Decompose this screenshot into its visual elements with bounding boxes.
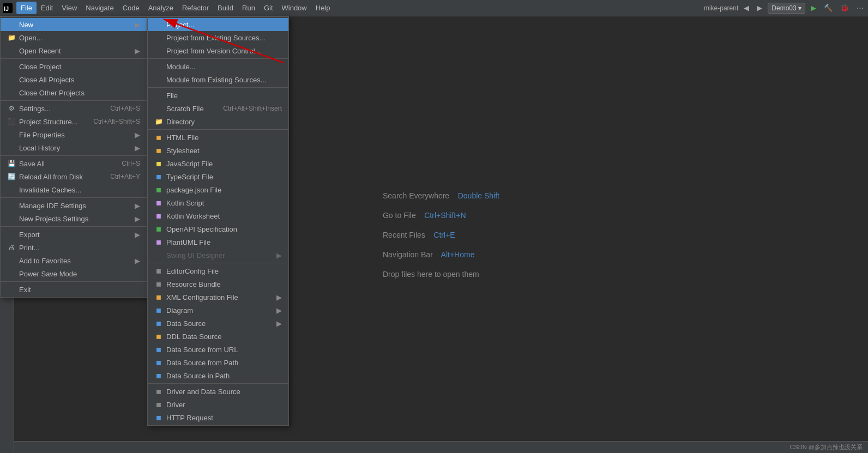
close-all-projects[interactable]: Close All Projects xyxy=(1,73,147,86)
new-ddl-datasource[interactable]: ◼ DDL Data Source xyxy=(148,330,288,343)
new-html[interactable]: ◼ HTML File xyxy=(148,131,288,144)
file-properties-item[interactable]: File Properties ▶ xyxy=(1,128,147,141)
print-label: Print... xyxy=(19,244,40,252)
new-kotlin-worksheet[interactable]: ◼ Kotlin Worksheet xyxy=(148,209,288,222)
new-kotlin-script[interactable]: ◼ Kotlin Script xyxy=(148,196,288,209)
menu-build[interactable]: Build xyxy=(213,2,238,14)
project-structure-item[interactable]: ⬛ Project Structure... Ctrl+Alt+Shift+S xyxy=(1,115,147,128)
new-packagejson[interactable]: ◼ package.json File xyxy=(148,183,288,196)
power-save-item[interactable]: Power Save Mode xyxy=(1,267,147,280)
divider-3 xyxy=(1,155,147,156)
file-open-label: Open... xyxy=(19,34,43,42)
new-editorconfig[interactable]: ◼ EditorConfig File xyxy=(148,264,288,277)
new-openapi-icon: ◼ xyxy=(154,225,163,233)
new-project-version-icon xyxy=(154,46,163,55)
menu-run[interactable]: Run xyxy=(238,2,260,14)
favorites-icon xyxy=(7,256,16,265)
add-favorites-item[interactable]: Add to Favorites ▶ xyxy=(1,254,147,267)
more-button[interactable]: ⋯ xyxy=(854,3,866,13)
forward-button[interactable]: ▶ xyxy=(755,3,764,13)
close-project[interactable]: Close Project xyxy=(1,60,147,73)
export-arrow: ▶ xyxy=(135,231,140,239)
new-project-version[interactable]: Project from Version Control... xyxy=(148,44,288,57)
new-datasource-url[interactable]: ◼ Data Source from URL xyxy=(148,343,288,356)
new-datasource-in-path[interactable]: ◼ Data Source in Path xyxy=(148,369,288,382)
new-resource-bundle[interactable]: ◼ Resource Bundle xyxy=(148,277,288,291)
welcome-area: Search Everywhere Double Shift Go to Fil… xyxy=(383,188,499,282)
build-button[interactable]: 🔨 xyxy=(822,3,835,13)
new-module[interactable]: Module... xyxy=(148,60,288,73)
new-project[interactable]: Project... xyxy=(148,18,288,31)
new-projects-arrow: ▶ xyxy=(135,215,140,223)
menu-analyze[interactable]: Analyze xyxy=(144,2,178,14)
new-plantuml-icon: ◼ xyxy=(154,238,163,246)
close-other-projects[interactable]: Close Other Projects xyxy=(1,86,147,99)
print-item[interactable]: 🖨 Print... xyxy=(1,241,147,254)
project-dropdown[interactable]: Demo03 ▾ xyxy=(768,3,805,14)
new-xml-config[interactable]: ◼ XML Configuration File ▶ xyxy=(148,291,288,304)
new-html-icon: ◼ xyxy=(154,133,163,142)
menu-edit[interactable]: Edit xyxy=(37,2,57,14)
export-item[interactable]: Export ▶ xyxy=(1,228,147,241)
menu-help[interactable]: Help xyxy=(311,2,335,14)
new-diagram[interactable]: ◼ Diagram ▶ xyxy=(148,304,288,317)
menu-window[interactable]: Window xyxy=(278,2,311,14)
save-all-item[interactable]: 💾 Save All Ctrl+S xyxy=(1,157,147,170)
new-typescript[interactable]: ◼ TypeScript File xyxy=(148,170,288,183)
new-xml-icon: ◼ xyxy=(154,293,163,301)
file-properties-icon xyxy=(7,130,16,139)
file-new-label: New xyxy=(19,21,33,29)
new-project-existing-icon xyxy=(154,33,163,42)
new-packagejson-label: package.json File xyxy=(166,186,221,194)
new-datasource[interactable]: ◼ Data Source ▶ xyxy=(148,317,288,330)
new-divider-2 xyxy=(148,87,288,88)
new-datasource-path[interactable]: ◼ Data Source from Path xyxy=(148,356,288,369)
new-directory[interactable]: 📁 Directory xyxy=(148,115,288,128)
save-all-label: Save All xyxy=(19,160,45,168)
menu-refactor[interactable]: Refactor xyxy=(178,2,213,14)
new-driver-datasource[interactable]: ◼ Driver and Data Source xyxy=(148,385,288,398)
new-javascript[interactable]: ◼ JavaScript File xyxy=(148,157,288,170)
new-driver-ds-label: Driver and Data Source xyxy=(166,388,240,396)
run-button[interactable]: ▶ xyxy=(809,3,818,13)
new-module-existing-icon xyxy=(154,75,163,84)
manage-ide-item[interactable]: Manage IDE Settings ▶ xyxy=(1,199,147,212)
new-http-request[interactable]: ◼ HTTP Request xyxy=(148,411,288,424)
new-stylesheet[interactable]: ◼ Stylesheet xyxy=(148,144,288,157)
new-projects-settings-item[interactable]: New Projects Settings ▶ xyxy=(1,212,147,225)
new-editorconfig-icon: ◼ xyxy=(154,267,163,275)
close-all-icon xyxy=(7,75,16,84)
menu-navigate[interactable]: Navigate xyxy=(81,2,118,14)
menu-file[interactable]: File xyxy=(16,2,37,14)
back-button[interactable]: ◀ xyxy=(742,3,751,13)
file-open-recent[interactable]: Open Recent ▶ xyxy=(1,44,147,57)
new-driver[interactable]: ◼ Driver xyxy=(148,398,288,411)
search-everywhere-shortcut: Double Shift xyxy=(458,191,499,200)
project-structure-icon: ⬛ xyxy=(7,117,16,126)
new-scratch[interactable]: Scratch File Ctrl+Alt+Shift+Insert xyxy=(148,102,288,115)
debug-button[interactable]: 🐞 xyxy=(838,3,851,13)
new-datasource-label: Data Source xyxy=(166,319,206,328)
open-recent-arrow: ▶ xyxy=(135,47,140,55)
menu-git[interactable]: Git xyxy=(260,2,278,14)
new-openapi[interactable]: ◼ OpenAPI Specification xyxy=(148,222,288,235)
new-file-label: File xyxy=(166,92,178,100)
new-project-existing[interactable]: Project from Existing Sources... xyxy=(148,31,288,44)
new-stylesheet-label: Stylesheet xyxy=(166,147,200,155)
settings-shortcut: Ctrl+Alt+S xyxy=(99,105,140,112)
exit-item[interactable]: Exit xyxy=(1,283,147,296)
new-diagram-label: Diagram xyxy=(166,306,193,315)
invalidate-caches-item[interactable]: Invalidate Caches... xyxy=(1,183,147,196)
new-kotlin-script-label: Kotlin Script xyxy=(166,199,204,207)
new-module-existing[interactable]: Module from Existing Sources... xyxy=(148,73,288,86)
new-plantuml[interactable]: ◼ PlantUML File xyxy=(148,235,288,249)
file-open[interactable]: 📁 Open... xyxy=(1,31,147,44)
settings-item[interactable]: ⚙ Settings... Ctrl+Alt+S xyxy=(1,102,147,115)
file-new[interactable]: New ▶ xyxy=(1,18,147,31)
local-history-item[interactable]: Local History ▶ xyxy=(1,141,147,154)
reload-item[interactable]: 🔄 Reload All from Disk Ctrl+Alt+Y xyxy=(1,170,147,183)
menu-code[interactable]: Code xyxy=(118,2,144,14)
new-file[interactable]: File xyxy=(148,89,288,102)
exit-icon xyxy=(7,285,16,294)
menu-view[interactable]: View xyxy=(57,2,81,14)
